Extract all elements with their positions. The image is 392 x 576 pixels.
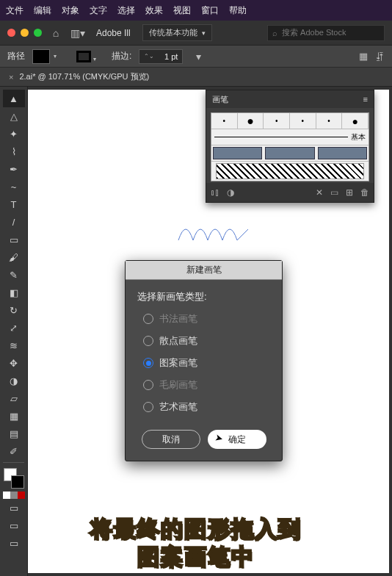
color-mode-row[interactable] (3, 492, 25, 499)
tool-width[interactable]: ≋ (3, 336, 25, 354)
window-controls (7, 29, 42, 37)
fill-swatch[interactable]: ▾ (32, 49, 50, 64)
menu-effect[interactable]: 效果 (145, 4, 163, 17)
dialog-prompt: 选择新画笔类型: (137, 290, 270, 303)
selection-mode: 路径 (7, 50, 25, 62)
menu-object[interactable]: 对象 (62, 4, 79, 17)
stroke-profile-dropdown[interactable]: ▾ (190, 48, 206, 65)
stroke-weight-input[interactable]: ⌃⌄ 1 pt (139, 49, 183, 64)
brush-list[interactable]: •●•••● 基本 (211, 112, 369, 181)
document-title: 2.ai* @ 107.71% (CMYK/GPU 预览) (19, 71, 149, 82)
libraries-icon[interactable]: ⫾⫿ (211, 187, 219, 198)
tool-direct-selection[interactable]: △ (3, 107, 25, 125)
tool-rectangle[interactable]: ▭ (3, 231, 25, 248)
delete-brush-icon[interactable]: 🗑 (360, 187, 369, 198)
basic-brush-label: 基本 (351, 132, 369, 143)
radio-input (143, 314, 153, 324)
control-bar: 路径 ▾ ▾ 描边: ⌃⌄ 1 pt ▾ ▦ ⭿ (0, 46, 392, 68)
panel-menu-icon[interactable]: ≡ (363, 95, 368, 104)
radio-input (143, 380, 153, 390)
tool-line[interactable]: / (3, 213, 25, 231)
close-tab-icon[interactable]: × (9, 73, 13, 82)
radio-label: 书法画笔 (159, 312, 197, 325)
workspace-switcher[interactable]: 传统基本功能 (142, 24, 212, 41)
tool-free-transform[interactable]: ✥ (3, 354, 25, 372)
arrange-documents-icon[interactable]: ▥▾ (70, 25, 86, 41)
new-brush-icon[interactable]: ⊞ (346, 187, 353, 198)
selected-brush-row[interactable] (211, 145, 369, 162)
radio-bristle: 毛刷画笔 (143, 378, 270, 392)
app-name: Adobe Ill (96, 28, 131, 38)
transform-icon[interactable]: ⭿ (375, 51, 385, 62)
window-close[interactable] (7, 29, 15, 37)
tool-scale[interactable]: ⤢ (3, 319, 25, 336)
radio-input[interactable] (143, 402, 153, 412)
panel-title: 画笔 (212, 94, 228, 105)
tool-curvature[interactable]: ~ (3, 178, 25, 195)
menu-edit[interactable]: 编辑 (34, 4, 51, 17)
radio-input[interactable] (143, 358, 153, 368)
tool-lasso[interactable]: ⌇ (3, 143, 25, 160)
drag-path-scribble (175, 215, 263, 244)
home-icon[interactable]: ⌂ (48, 25, 64, 41)
brushes-panel[interactable]: 画笔 ≡ •●•••● 基本 ⫾⫿ ◑ ✕ (206, 90, 374, 203)
radio-label: 毛刷画笔 (159, 378, 197, 392)
window-maximize[interactable] (34, 29, 42, 37)
radio-calligraphic: 书法画笔 (143, 312, 270, 325)
tool-rotate[interactable]: ↻ (3, 301, 25, 319)
new-brush-dialog: 新建画笔 选择新画笔类型: 书法画笔散点画笔图案画笔毛刷画笔艺术画笔 取消 确定 (125, 260, 283, 461)
brush-stroke-preview[interactable] (216, 163, 364, 179)
tool-eraser[interactable]: ◧ (3, 284, 25, 301)
tool-pencil[interactable]: ✎ (3, 266, 25, 284)
menu-file[interactable]: 文件 (6, 4, 23, 17)
radio-label: 艺术画笔 (159, 400, 197, 414)
tool-eyedropper[interactable]: ✐ (3, 442, 25, 460)
stroke-label: 描边: (112, 50, 131, 62)
document-tab[interactable]: × 2.ai* @ 107.71% (CMYK/GPU 预览) (0, 68, 392, 87)
menu-type[interactable]: 文字 (90, 4, 107, 17)
radio-label: 图案画笔 (159, 356, 197, 370)
toolbar: ▲△✦⌇✒~T/▭🖌✎◧↻⤢≋✥◑▱▦▤✐▭▭▭ (0, 87, 28, 576)
draw-mode-icon[interactable]: ▭ (3, 516, 25, 534)
tool-paintbrush[interactable]: 🖌 (3, 248, 25, 266)
radio-scatter[interactable]: 散点画笔 (143, 334, 270, 348)
menu-select[interactable]: 选择 (117, 4, 135, 17)
app-bar: ⌂ ▥▾ Adobe Ill 传统基本功能 ⌕ 搜索 Adobe Stock (0, 21, 392, 46)
tool-mesh[interactable]: ▦ (3, 407, 25, 425)
edit-toolbar-icon[interactable]: ▭ (3, 534, 25, 552)
remove-stroke-icon[interactable]: ✕ (316, 187, 323, 198)
screen-mode-icon[interactable]: ▭ (3, 499, 25, 516)
menu-help[interactable]: 帮助 (229, 4, 247, 17)
search-placeholder: 搜索 Adobe Stock (282, 27, 346, 38)
brush-options-icon[interactable]: ▭ (330, 187, 338, 198)
dialog-title: 新建画笔 (126, 261, 282, 280)
tool-pen[interactable]: ✒ (3, 160, 25, 178)
align-icon[interactable]: ▦ (359, 51, 368, 62)
panel-footer: ⫾⫿ ◑ ✕ ▭ ⊞ 🗑 (206, 183, 374, 202)
menu-view[interactable]: 视图 (173, 4, 191, 17)
radio-label: 散点画笔 (159, 334, 197, 348)
stroke-swatch[interactable]: ▾ (76, 51, 91, 62)
tool-type[interactable]: T (3, 195, 25, 213)
radio-pattern[interactable]: 图案画笔 (143, 356, 270, 370)
menu-bar: 文件 编辑 对象 文字 选择 效果 视图 窗口 帮助 (0, 0, 392, 21)
radio-input[interactable] (143, 336, 153, 346)
cancel-button[interactable]: 取消 (142, 430, 200, 449)
stock-search[interactable]: ⌕ 搜索 Adobe Stock (267, 25, 385, 41)
ok-button[interactable]: 确定 (208, 430, 266, 449)
tool-magic-wand[interactable]: ✦ (3, 125, 25, 143)
window-minimize[interactable] (21, 29, 29, 37)
tool-perspective[interactable]: ▱ (3, 389, 25, 407)
brush-libraries-icon[interactable]: ◑ (227, 187, 234, 198)
menu-window[interactable]: 窗口 (201, 4, 219, 17)
radio-art[interactable]: 艺术画笔 (143, 400, 270, 414)
brush-type-radio-group: 书法画笔散点画笔图案画笔毛刷画笔艺术画笔 (137, 312, 270, 414)
search-icon: ⌕ (272, 29, 277, 37)
tool-shape-builder[interactable]: ◑ (3, 372, 25, 389)
fill-stroke-swatch[interactable] (4, 468, 24, 489)
tool-gradient[interactable]: ▤ (3, 425, 25, 442)
tool-selection[interactable]: ▲ (3, 90, 25, 107)
